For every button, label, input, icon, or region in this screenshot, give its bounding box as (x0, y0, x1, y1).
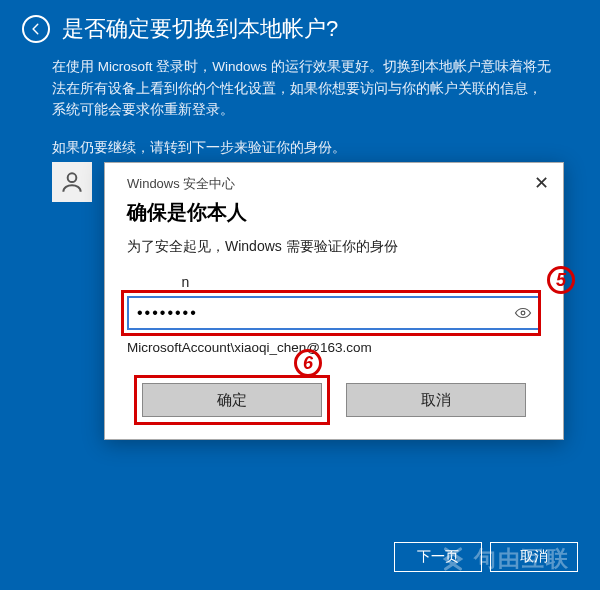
cancel-button[interactable]: 取消 (346, 383, 526, 417)
avatar (52, 162, 92, 202)
close-button[interactable]: ✕ (529, 171, 553, 195)
close-icon: ✕ (534, 172, 549, 194)
password-field-wrapper: 5 (127, 296, 541, 330)
svg-point-1 (521, 311, 525, 315)
account-identifier: MicrosoftAccount\xiaoqi_chen@163.com (127, 340, 541, 355)
windows-security-dialog: ✕ Windows 安全中心 确保是你本人 为了安全起见，Windows 需要验… (104, 162, 564, 440)
eye-icon (514, 304, 532, 322)
description-paragraph-2: 如果仍要继续，请转到下一步来验证你的身份。 (52, 137, 552, 159)
username-display: n (127, 274, 541, 290)
ok-button[interactable]: 确定 (142, 383, 322, 417)
next-button[interactable]: 下一页 (394, 542, 482, 572)
annotation-marker-5: 5 (547, 266, 575, 294)
page-description: 在使用 Microsoft 登录时，Windows 的运行效果更好。切换到本地帐… (0, 52, 600, 158)
page-title: 是否确定要切换到本地帐户? (62, 14, 338, 44)
ok-button-label: 确定 (217, 391, 247, 410)
back-button[interactable] (22, 15, 50, 43)
person-icon (59, 169, 85, 195)
description-paragraph-1: 在使用 Microsoft 登录时，Windows 的运行效果更好。切换到本地帐… (52, 56, 552, 121)
footer-cancel-button[interactable]: 取消 (490, 542, 578, 572)
dialog-subtitle: 为了安全起见，Windows 需要验证你的身份 (127, 238, 541, 256)
reveal-password-button[interactable] (513, 303, 533, 323)
footer-cancel-label: 取消 (520, 548, 548, 566)
next-button-label: 下一页 (417, 548, 459, 566)
password-input[interactable] (127, 296, 541, 330)
dialog-title: 确保是你本人 (127, 199, 541, 226)
arrow-left-icon (29, 22, 43, 36)
dialog-caption: Windows 安全中心 (127, 175, 541, 193)
svg-point-0 (68, 173, 77, 182)
cancel-button-label: 取消 (421, 391, 451, 410)
